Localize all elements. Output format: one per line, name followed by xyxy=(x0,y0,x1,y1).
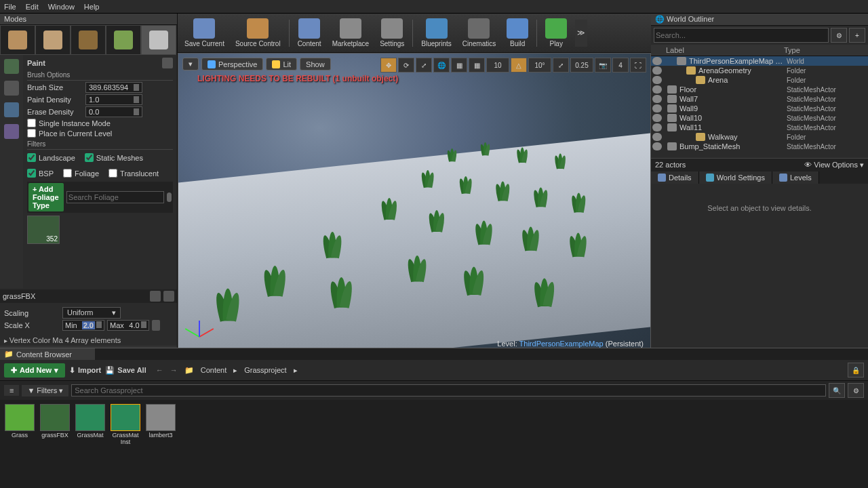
asset-item[interactable]: Grass xyxy=(4,404,35,446)
tool-select-icon[interactable] xyxy=(4,102,19,117)
save-all-button[interactable]: 💾 Save All xyxy=(105,366,146,375)
add-foliage-button[interactable]: + Add Foliage Type xyxy=(28,183,64,211)
filter-static-meshes-checkbox[interactable] xyxy=(85,153,94,162)
camera-speed[interactable]: 📷 xyxy=(595,58,611,73)
scale-snap-value[interactable]: 0.25 xyxy=(570,58,593,73)
transform-rotate[interactable]: ⟳ xyxy=(398,58,414,73)
scalex-max-input[interactable]: Max 4.0 xyxy=(107,320,149,331)
build-button[interactable]: Build xyxy=(504,18,531,47)
viewport[interactable]: ▾ Perspective Lit Show ✥ ⟳ ⤢ 🌐 ▦ ▦ 10 △ … xyxy=(178,53,651,352)
mode-foliage[interactable] xyxy=(106,25,141,55)
mode-geometry[interactable] xyxy=(141,25,176,55)
filter-foliage-checkbox[interactable] xyxy=(63,169,72,178)
viewport-perspective[interactable]: Perspective xyxy=(201,58,263,70)
camera-speed-value[interactable]: 4 xyxy=(612,58,629,73)
filter-landscape-checkbox[interactable] xyxy=(27,153,36,162)
outliner-row[interactable]: ArenaGeometryFolder xyxy=(651,66,868,75)
grid-snap[interactable]: ▦ xyxy=(469,58,485,73)
crumb-project[interactable]: Grassproject xyxy=(244,366,286,374)
filter-translucent-checkbox[interactable] xyxy=(108,169,117,178)
content-browser-tab[interactable]: 📁 Content Browser xyxy=(0,348,95,360)
lock-browser-icon[interactable]: 🔒 xyxy=(848,363,864,378)
scalex-min-input[interactable]: Min 2.0 xyxy=(62,320,104,331)
outliner-row[interactable]: FloorStaticMeshActor xyxy=(651,85,868,94)
asset-item[interactable]: lambert3 xyxy=(145,404,176,446)
vertex-color-row[interactable]: ▸ Vertex Color Ma 4 Array elements xyxy=(0,335,177,346)
outliner-row[interactable]: WalkwayFolder xyxy=(651,132,868,142)
settings-button[interactable]: Settings xyxy=(377,18,407,47)
add-new-button[interactable]: ✚ Add New ▾ xyxy=(4,363,65,378)
nav-forward[interactable]: → xyxy=(170,366,178,374)
asset-item[interactable]: GrassMat xyxy=(75,404,106,446)
outliner-row[interactable]: Wall7StaticMeshActor xyxy=(651,94,868,104)
viewport-options[interactable]: ▾ xyxy=(182,58,199,70)
import-button[interactable]: ⬇ Import xyxy=(69,366,101,375)
tab-levels[interactable]: Levels xyxy=(772,171,819,184)
marketplace-button[interactable]: Marketplace xyxy=(330,18,372,47)
visibility-icon[interactable] xyxy=(652,95,662,103)
outliner-row[interactable]: ArenaFolder xyxy=(651,75,868,85)
settings-icon[interactable]: ⚙ xyxy=(848,383,864,398)
world-outliner-tab[interactable]: 🌐 World Outliner xyxy=(655,15,714,24)
outliner-row[interactable]: ThirdPersonExampleMap (Editor)World xyxy=(651,56,868,66)
lock-icon[interactable] xyxy=(152,320,160,331)
viewport-lit[interactable]: Lit xyxy=(266,58,297,70)
paint-density-input[interactable]: 1.0 xyxy=(85,94,142,105)
transform-move[interactable]: ✥ xyxy=(380,58,397,73)
browse-icon[interactable] xyxy=(163,291,174,302)
visibility-icon[interactable] xyxy=(652,114,662,122)
crumb-content[interactable]: Content xyxy=(201,366,227,374)
place-level-checkbox[interactable] xyxy=(27,129,36,138)
tool-reapply-icon[interactable] xyxy=(4,81,19,96)
reset-icon[interactable] xyxy=(162,58,173,68)
grid-snap-value[interactable]: 10 xyxy=(486,58,509,73)
cinematics-button[interactable]: Cinematics xyxy=(460,18,498,47)
surface-snap[interactable]: ▦ xyxy=(451,58,467,73)
outliner-row[interactable]: Wall9StaticMeshActor xyxy=(651,104,868,113)
erase-density-input[interactable]: 0.0 xyxy=(85,106,142,117)
brush-size-input[interactable]: 389.683594 xyxy=(85,82,142,93)
scaling-dropdown[interactable]: Uniform▾ xyxy=(62,307,121,319)
visibility-icon[interactable] xyxy=(652,85,662,94)
tab-world-settings[interactable]: World Settings xyxy=(699,171,772,184)
view-toggle-icon[interactable] xyxy=(167,192,172,202)
outliner-view-options[interactable]: 👁 View Options ▾ xyxy=(804,161,864,169)
filters-button[interactable]: ▼ Filters ▾ xyxy=(22,385,68,396)
outliner-search-input[interactable] xyxy=(654,28,829,43)
single-instance-checkbox[interactable] xyxy=(27,119,36,127)
blueprints-button[interactable]: Blueprints xyxy=(418,18,454,47)
mode-landscape[interactable] xyxy=(71,25,106,55)
visibility-icon[interactable] xyxy=(652,66,662,75)
maximize-viewport[interactable]: ⛶ xyxy=(630,58,646,73)
visibility-icon[interactable] xyxy=(652,104,662,113)
outliner-row[interactable]: Bump_StaticMeshStaticMeshActor xyxy=(651,142,868,151)
play-button[interactable]: Play xyxy=(542,18,570,47)
outliner-row[interactable]: Wall11StaticMeshActor xyxy=(651,123,868,132)
foliage-thumb[interactable]: 352 xyxy=(27,216,60,244)
outliner-type-header[interactable]: Type xyxy=(784,46,865,54)
toolbar-overflow[interactable]: ≫ xyxy=(575,20,587,47)
menu-edit[interactable]: Edit xyxy=(26,3,39,11)
asset-item[interactable]: GrassMat Inst xyxy=(110,404,141,446)
view-mode-icon[interactable]: ≡ xyxy=(4,385,19,396)
search-icon[interactable]: 🔍 xyxy=(829,383,845,398)
foliage-search-input[interactable] xyxy=(66,191,164,203)
save-icon[interactable] xyxy=(150,291,161,302)
tab-details[interactable]: Details xyxy=(651,171,699,184)
outliner-label-header[interactable]: Label xyxy=(666,46,784,54)
tool-paint-icon[interactable] xyxy=(4,59,19,74)
angle-snap-value[interactable]: 10° xyxy=(528,58,551,73)
coord-space[interactable]: 🌐 xyxy=(433,58,450,73)
scale-snap[interactable]: ⤢ xyxy=(553,58,569,73)
menu-file[interactable]: File xyxy=(4,3,16,11)
outliner-filter-icon[interactable]: ⚙ xyxy=(831,28,847,43)
nav-back[interactable]: ← xyxy=(156,366,163,374)
save-current-button[interactable]: Save Current xyxy=(182,18,227,47)
angle-snap[interactable]: △ xyxy=(511,58,527,73)
menu-window[interactable]: Window xyxy=(48,3,75,11)
visibility-icon[interactable] xyxy=(652,133,662,141)
filter-bsp-checkbox[interactable] xyxy=(27,169,36,178)
visibility-icon[interactable] xyxy=(652,57,662,65)
visibility-icon[interactable] xyxy=(652,142,662,150)
transform-scale[interactable]: ⤢ xyxy=(416,58,432,73)
